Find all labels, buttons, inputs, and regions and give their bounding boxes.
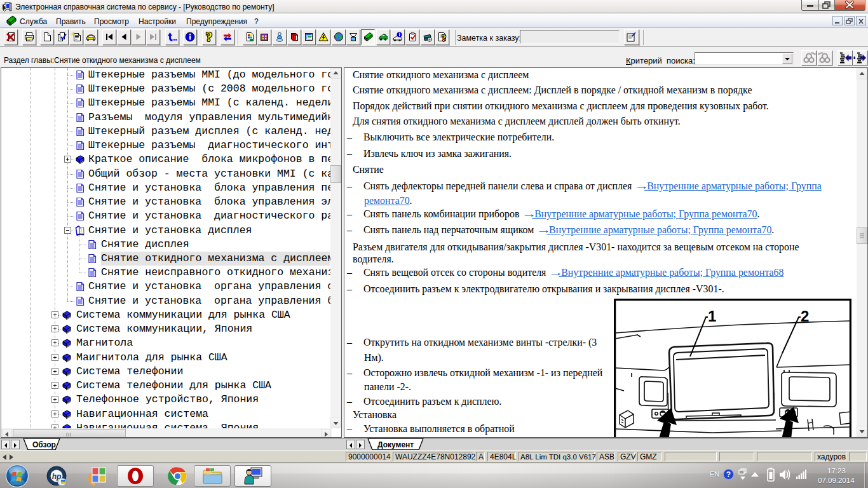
svg-text:1: 1 (708, 308, 716, 325)
svg-text:?: ? (442, 34, 446, 43)
svg-text:2: 2 (801, 308, 809, 325)
svg-text:?: ? (726, 470, 731, 479)
svg-text:?: ? (206, 32, 212, 42)
